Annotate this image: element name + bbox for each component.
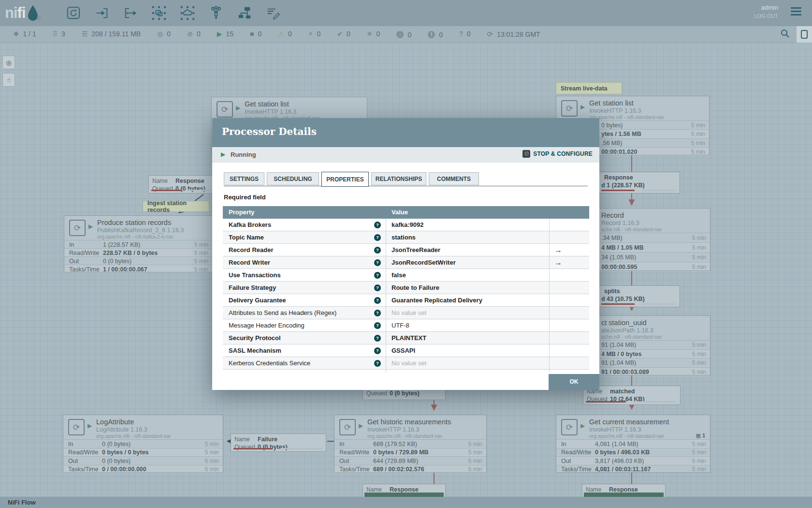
help-icon[interactable]: ? xyxy=(374,335,381,342)
status-not-transmitting: ⊘0 xyxy=(187,30,201,38)
help-icon[interactable]: ? xyxy=(374,247,381,254)
navigate-button[interactable]: ◎ xyxy=(2,56,15,69)
connection-label-response-bottom-right[interactable]: NameResponse xyxy=(582,484,666,498)
processor-icon: ⟳ xyxy=(561,419,578,435)
processor-bundle: ache.nifi - nifi-standard-nar xyxy=(601,226,662,232)
status-counters: ❖1 / 1⠿3☰208 / 159.11 MB◎0⊘0▶15■0⚠0⚡0✔0✳… xyxy=(13,30,487,39)
goto-service-icon[interactable]: → xyxy=(554,256,562,269)
connection-label-failure[interactable]: NameFailureQueued0 (0 bytes) xyxy=(231,433,326,452)
droplet-icon xyxy=(27,4,41,22)
help-icon[interactable]: ? xyxy=(374,360,381,367)
help-icon[interactable]: ? xyxy=(374,272,381,279)
logout-link[interactable]: LOG OUT xyxy=(754,13,778,19)
processor-bundle: ache.nifi - nifi-standard-nar xyxy=(601,334,662,340)
processor-type: InvokeHTTP 1.16.3 xyxy=(589,426,641,433)
property-row[interactable]: Security Protocol?PLAINTEXT xyxy=(223,332,589,344)
hamburger-icon[interactable] xyxy=(791,7,801,17)
stat-row: In0 (0 bytes)5 min xyxy=(63,439,223,448)
stopped-icon: ■ xyxy=(250,30,254,38)
refresh-icon[interactable]: ⟳ xyxy=(487,30,493,39)
status-sync-failure: ?0 xyxy=(459,30,471,38)
help-icon[interactable]: ? xyxy=(374,222,381,228)
connection-label-response-bottom-mid[interactable]: NameResponse xyxy=(362,484,446,498)
stat-row: In4,081 (1.04 MB)5 min xyxy=(556,439,710,448)
output-port-icon[interactable] xyxy=(123,6,138,20)
required-field-note: Required field xyxy=(224,194,266,201)
panel-icon[interactable] xyxy=(797,26,812,43)
component-toolbar xyxy=(66,6,280,20)
property-row[interactable]: Kafka Brokers?kafka:9092 xyxy=(223,219,589,231)
property-row[interactable]: Message Header Encoding?UTF-8 xyxy=(223,319,589,332)
property-row[interactable]: Failure Strategy?Route to Failure xyxy=(223,282,589,294)
tab-relationships[interactable]: RELATIONSHIPS xyxy=(371,172,426,185)
flow-label-stream-live-data[interactable]: Stream live-data xyxy=(556,82,622,94)
stat-row: Read/Write0 bytes / 729.89 MB5 min xyxy=(334,448,486,457)
help-icon[interactable]: ? xyxy=(374,347,381,354)
transmitting-icon: ◎ xyxy=(157,30,163,38)
breadcrumb[interactable]: NiFi Flow xyxy=(8,499,36,506)
process-group-icon[interactable] xyxy=(152,6,166,20)
locally-modified-stale-icon: ! xyxy=(428,31,435,38)
tab-properties[interactable]: PROPERTIES xyxy=(321,172,369,187)
stat-row: Tasks/Time1 / 00:00:00.0675 min xyxy=(64,265,212,273)
running-icon: ▶ xyxy=(359,422,363,429)
stat-row: Tasks/Time689 / 00:02:02.5765 min xyxy=(334,465,486,474)
dialog-status-row: ▶ Running ⚙ STOP & CONFIGURE xyxy=(212,147,599,163)
run-status-text: Running xyxy=(231,151,256,158)
processor-bundle: org.apache.nifi - nifi-standard-nar xyxy=(589,433,664,439)
running-icon: ▶ xyxy=(580,422,585,429)
template-icon[interactable] xyxy=(237,6,252,20)
input-port-icon[interactable] xyxy=(95,6,109,20)
ok-button[interactable]: OK xyxy=(549,374,599,390)
nifi-logo: nifi xyxy=(5,4,41,22)
processor-type: InvokeHTTP 1.16.3 xyxy=(589,107,641,114)
property-row[interactable]: Record Writer?JsonRecordSetWriter→ xyxy=(223,256,589,269)
threads-icon: ⠿ xyxy=(53,30,58,38)
help-icon[interactable]: ? xyxy=(374,322,381,329)
stat-row: In1 (228.57 KB)5 min xyxy=(64,240,212,249)
stat-row: Tasks/Time4,081 / 00:03:11.1675 min xyxy=(556,465,710,474)
processor-name: Record xyxy=(601,211,624,219)
help-icon[interactable]: ? xyxy=(374,310,381,316)
stat-row: Read/Write0 bytes / 0 bytes5 min xyxy=(63,448,223,457)
processor-get-current-measurement[interactable]: ⟳▶Get current measurementInvokeHTTP 1.16… xyxy=(556,415,710,473)
help-icon[interactable]: ? xyxy=(374,297,381,304)
status-invalid: ⚠0 xyxy=(278,30,291,38)
tab-settings[interactable]: SETTINGS xyxy=(224,172,264,185)
stat-row: Out0 (0 bytes)5 min xyxy=(63,456,223,465)
tab-comments[interactable]: COMMENTS xyxy=(429,172,479,185)
property-row[interactable]: Record Reader?JsonTreeReader→ xyxy=(223,244,589,256)
help-icon[interactable]: ? xyxy=(374,259,381,266)
flow-label-ingest-station-records[interactable]: Ingest station records xyxy=(143,201,209,212)
processor-produce-station-records[interactable]: ⟳▶Produce station recordsPublishKafkaRec… xyxy=(64,215,213,272)
property-row[interactable]: Use Transactions?false xyxy=(223,269,589,282)
property-row[interactable]: Attributes to Send as Headers (Regex)?No… xyxy=(223,307,589,319)
funnel-icon[interactable] xyxy=(209,6,223,20)
pan-button[interactable]: ☝ xyxy=(2,73,15,87)
property-row[interactable]: Kerberos Credentials Service?No value se… xyxy=(223,357,589,370)
property-row[interactable]: Kerberos User Service?No value set xyxy=(223,370,589,373)
tab-scheduling[interactable]: SCHEDULING xyxy=(267,172,319,185)
processor-icon: ⟳ xyxy=(561,100,578,117)
property-row[interactable]: Topic Name?stations xyxy=(223,231,589,244)
search-icon[interactable] xyxy=(780,29,790,40)
cluster-icon: ❖ xyxy=(13,30,19,38)
processor-type: Record 1.16.3 xyxy=(601,220,639,226)
help-icon[interactable]: ? xyxy=(374,234,381,241)
stat-row: Out0 (0 bytes)5 min xyxy=(64,256,212,265)
property-row[interactable]: Delivery Guarantee?Guarantee Replicated … xyxy=(223,294,589,307)
processor-icon[interactable] xyxy=(66,6,81,20)
label-icon[interactable] xyxy=(266,6,280,20)
processor-bundle: org.apache.nifi - nifi-standard-nar xyxy=(589,114,664,120)
processor-get-historic-measurements[interactable]: ⟳▶Get historic measurementsInvokeHTTP 1.… xyxy=(334,415,487,473)
running-icon: ▶ xyxy=(236,105,240,111)
status-up-to-date: ✔0 xyxy=(337,30,350,38)
remote-process-group-icon[interactable] xyxy=(180,6,195,20)
help-icon[interactable]: ? xyxy=(374,284,381,291)
stop-configure-button[interactable]: ⚙ STOP & CONFIGURE xyxy=(522,150,593,158)
current-user: admin xyxy=(754,4,778,11)
goto-service-icon[interactable]: → xyxy=(554,244,562,256)
processor-name: Get historic measurements xyxy=(367,418,451,426)
processor-log-attribute[interactable]: ⟳▶LogAttributeLogAttribute 1.16.3org.apa… xyxy=(63,415,223,473)
property-row[interactable]: SASL Mechanism?GSSAPI xyxy=(223,344,589,357)
